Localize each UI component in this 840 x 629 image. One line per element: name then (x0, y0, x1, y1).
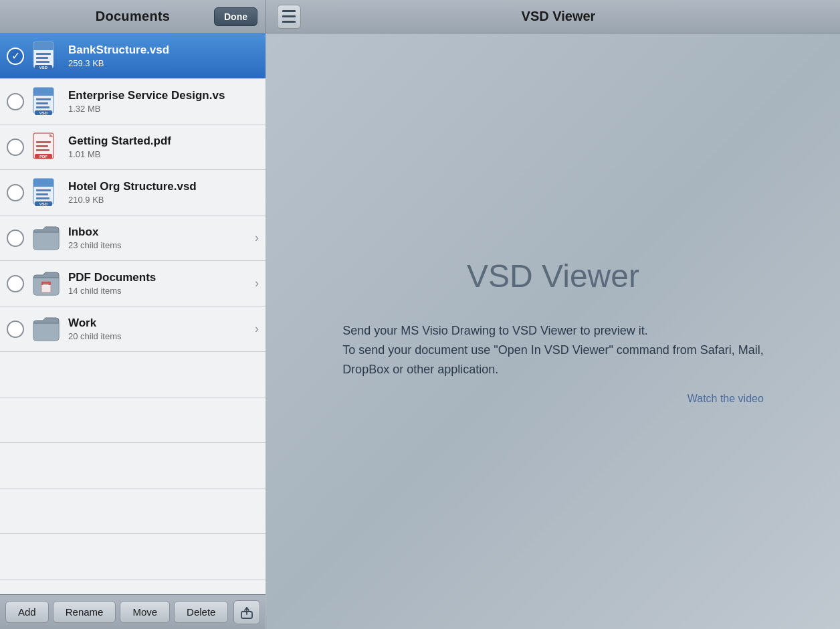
list-item[interactable]: Inbox 23 child items › (0, 215, 266, 261)
bottom-toolbar: Add Rename Move Delete (0, 594, 266, 629)
svg-text:PDF: PDF (39, 155, 47, 159)
empty-row (0, 443, 266, 488)
file-size: 14 child items (68, 286, 249, 296)
svg-rect-10 (33, 93, 54, 96)
svg-rect-28 (36, 197, 49, 199)
svg-rect-3 (36, 53, 51, 55)
radio-button[interactable]: ✓ (7, 48, 24, 65)
rename-button[interactable]: Rename (53, 601, 116, 623)
file-list: ✓ VSD BankStructure.vsd (0, 33, 266, 594)
file-name: Getting Started.pdf (68, 134, 259, 148)
add-button[interactable]: Add (5, 601, 49, 623)
file-info: Inbox 23 child items (68, 226, 249, 250)
radio-button[interactable] (7, 93, 24, 110)
file-info: Getting Started.pdf 1.01 MB (68, 134, 259, 159)
radio-button[interactable] (7, 230, 24, 247)
share-button[interactable] (233, 600, 260, 624)
svg-rect-20 (36, 149, 49, 151)
watch-video-link[interactable]: Watch the video (342, 393, 764, 405)
svg-rect-12 (36, 102, 48, 104)
file-name: Work (68, 317, 249, 330)
empty-row (0, 534, 266, 579)
file-size: 259.3 KB (68, 58, 259, 68)
sidebar: ✓ VSD BankStructure.vsd (0, 33, 266, 629)
delete-button[interactable]: Delete (174, 601, 228, 623)
empty-row (0, 352, 266, 397)
file-info: Hotel Org Structure.vsd 210.9 KB (68, 180, 259, 205)
file-info: BankStructure.vsd 259.3 KB (68, 43, 259, 68)
file-name: BankStructure.vsd (68, 43, 259, 57)
svg-rect-18 (36, 141, 51, 143)
vsd-file-icon: VSD (31, 86, 62, 117)
svg-rect-5 (36, 61, 49, 63)
sidebar-header: Documents Done (0, 0, 266, 33)
svg-text:PDF: PDF (43, 284, 49, 287)
list-item[interactable]: PDF PDF Documents 14 child items › (0, 261, 266, 306)
file-size: 20 child items (68, 331, 249, 341)
share-icon (239, 605, 254, 620)
done-button[interactable]: Done (214, 7, 257, 26)
viewer-message: Send your MS Visio Drawing to VSD Viewer… (342, 321, 764, 404)
menu-line-1 (282, 10, 296, 12)
list-item[interactable]: VSD Hotel Org Structure.vsd 210.9 KB (0, 170, 266, 215)
svg-text:VSD: VSD (39, 202, 48, 206)
viewer-message-line3: DropBox or other application. (342, 363, 498, 376)
viewer-area: VSD Viewer Send your MS Visio Drawing to… (266, 33, 840, 629)
svg-text:VSD: VSD (39, 66, 48, 70)
viewer-message-line2: To send your document use "Open In VSD V… (342, 343, 764, 357)
file-name: Hotel Org Structure.vsd (68, 180, 259, 193)
menu-line-3 (282, 21, 296, 23)
toolbar-left: Add Rename Move Delete (5, 601, 228, 623)
radio-button[interactable] (7, 275, 24, 292)
folder-icon (31, 314, 62, 345)
chevron-right-icon: › (255, 231, 259, 245)
svg-rect-11 (36, 98, 51, 100)
list-item[interactable]: PDF Getting Started.pdf 1.01 MB (0, 124, 266, 170)
file-size: 1.01 MB (68, 149, 259, 159)
svg-rect-26 (36, 189, 51, 191)
vsd-file-icon: VSD (31, 177, 62, 208)
main-header: VSD Viewer (266, 0, 840, 33)
file-size: 210.9 KB (68, 195, 259, 205)
radio-button[interactable] (7, 321, 24, 338)
folder-icon (31, 223, 62, 254)
radio-button[interactable] (7, 184, 24, 201)
file-name: Enterprise Service Design.vs (68, 89, 259, 102)
file-name: Inbox (68, 226, 249, 239)
sidebar-title: Documents (96, 9, 171, 24)
list-item[interactable]: ✓ VSD BankStructure.vsd (0, 33, 266, 79)
check-icon: ✓ (11, 50, 20, 62)
radio-button[interactable] (7, 139, 24, 156)
menu-icon-button[interactable] (277, 5, 301, 29)
svg-rect-2 (33, 48, 54, 50)
file-name: PDF Documents (68, 271, 249, 284)
svg-rect-13 (36, 106, 49, 108)
viewer-message-line1: Send your MS Visio Drawing to VSD Viewer… (342, 324, 648, 337)
chevron-right-icon: › (255, 322, 259, 336)
move-button[interactable]: Move (120, 601, 170, 623)
svg-rect-4 (36, 57, 48, 59)
empty-row (0, 579, 266, 594)
viewer-title: VSD Viewer (312, 9, 805, 24)
file-size: 1.32 MB (68, 104, 259, 114)
viewer-message-text: Send your MS Visio Drawing to VSD Viewer… (342, 321, 764, 379)
file-info: PDF Documents 14 child items (68, 271, 249, 296)
top-header: Documents Done VSD Viewer (0, 0, 840, 33)
chevron-right-icon: › (255, 276, 259, 290)
empty-row (0, 488, 266, 534)
menu-line-2 (282, 15, 296, 17)
file-info: Enterprise Service Design.vs 1.32 MB (68, 89, 259, 114)
pdf-file-icon: PDF (31, 132, 62, 163)
svg-text:VSD: VSD (39, 111, 48, 115)
list-item[interactable]: VSD Enterprise Service Design.vs 1.32 MB (0, 79, 266, 124)
file-info: Work 20 child items (68, 317, 249, 341)
svg-rect-27 (36, 193, 48, 195)
vsd-file-icon: VSD (31, 41, 62, 72)
folder-icon: PDF (31, 268, 62, 299)
file-size: 23 child items (68, 240, 249, 250)
viewer-big-title: VSD Viewer (467, 258, 639, 294)
list-item[interactable]: Work 20 child items › (0, 306, 266, 352)
main-content: ✓ VSD BankStructure.vsd (0, 33, 840, 629)
svg-rect-19 (36, 145, 48, 147)
empty-row (0, 397, 266, 443)
